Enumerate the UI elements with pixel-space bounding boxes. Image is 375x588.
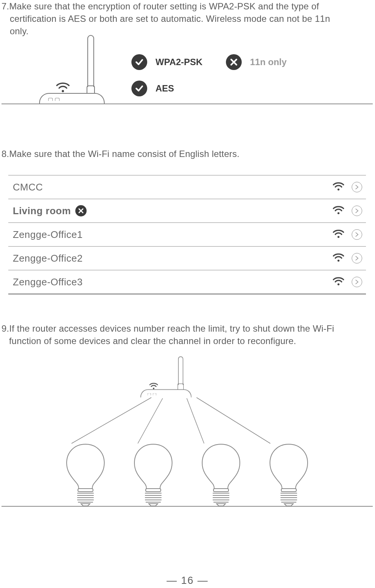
wifi-row: Zengge-Office3 [8, 270, 366, 294]
wifi-icon [56, 82, 70, 93]
chevron-right-icon [352, 229, 362, 240]
bulb-icon [200, 443, 242, 506]
svg-line-6 [72, 398, 151, 443]
option-wpa2psk: WPA2-PSK [131, 54, 203, 70]
check-icon [131, 54, 147, 70]
bulb-icon [64, 443, 107, 506]
chevron-right-icon [352, 206, 362, 216]
option-11n: 11n only [226, 54, 287, 70]
wifi-row: Zengge-Office2 [8, 247, 366, 270]
chevron-right-icon [352, 277, 362, 287]
wifi-name: Zengge-Office3 [13, 276, 83, 288]
wifi-name: Living room [13, 205, 71, 217]
check-icon [131, 81, 147, 96]
wifi-list: CMCCLiving roomZengge-Office1Zengge-Offi… [8, 175, 366, 294]
wifi-name: Zengge-Office2 [13, 253, 83, 264]
option-aes: AES [131, 81, 174, 96]
section7-line3: only. [2, 25, 373, 37]
svg-rect-23 [213, 489, 229, 492]
bulb-icon [268, 443, 310, 506]
wifi-icon [333, 181, 344, 193]
section7-line2: certification is AES or both are set to … [2, 12, 373, 25]
svg-rect-17 [146, 489, 161, 492]
option-aes-label: AES [155, 83, 174, 94]
wifi-icon [333, 253, 344, 264]
bulb-icon [132, 443, 174, 506]
section7-diagram: WPA2-PSK AES 11n only [2, 39, 373, 104]
svg-point-2 [337, 212, 339, 214]
section7-line1: 7.Make sure that the encryption of route… [2, 0, 373, 12]
wifi-icon [333, 276, 344, 288]
svg-point-1 [337, 189, 339, 190]
chevron-right-icon [352, 182, 362, 192]
router-icon [39, 93, 105, 104]
svg-line-7 [138, 398, 163, 443]
section8-text: 8.Make sure that the Wi-Fi name consist … [2, 149, 373, 159]
svg-rect-11 [78, 489, 93, 492]
section9-line2: function of some devices and clear the c… [2, 335, 373, 347]
section7-text: 7.Make sure that the encryption of route… [2, 0, 373, 37]
section9-line1: 9.If the router accesses devices number … [2, 322, 373, 335]
wifi-name: Zengge-Office1 [13, 229, 83, 241]
wifi-row: Zengge-Office1 [8, 223, 366, 247]
cross-icon [75, 205, 87, 216]
wifi-icon [333, 229, 344, 240]
svg-rect-29 [281, 489, 296, 492]
router-icon [140, 389, 192, 398]
wifi-row: Living room [8, 199, 366, 223]
cross-icon [226, 54, 242, 70]
wifi-icon [333, 205, 344, 216]
wifi-row: CMCC [8, 175, 366, 199]
svg-point-5 [337, 283, 339, 285]
wifi-name: CMCC [13, 181, 43, 193]
section9-diagram [2, 357, 373, 507]
page-number: — 16 — [0, 575, 375, 586]
option-wpa2psk-label: WPA2-PSK [155, 57, 203, 67]
svg-line-8 [187, 398, 204, 443]
option-11n-label: 11n only [250, 57, 287, 67]
section9-text: 9.If the router accesses devices number … [2, 322, 373, 347]
svg-line-9 [197, 398, 270, 443]
wifi-icon [149, 382, 158, 390]
svg-point-0 [62, 90, 64, 92]
svg-point-3 [337, 236, 339, 238]
bulbs-row [2, 443, 373, 506]
chevron-right-icon [352, 253, 362, 264]
svg-point-4 [337, 260, 339, 262]
